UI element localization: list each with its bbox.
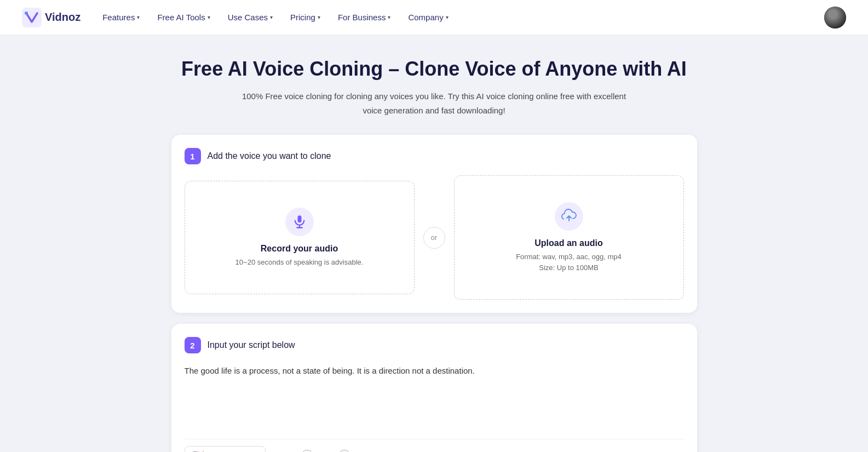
- nav-items: Features ▾ Free AI Tools ▾ Use Cases ▾ P…: [102, 13, 824, 22]
- speed-decrease-button[interactable]: −: [301, 450, 313, 452]
- step2-card: 2 Input your script below 🇺🇸 English(US)…: [171, 324, 697, 452]
- upload-audio-box[interactable]: Upload an audio Format: wav, mp3, aac, o…: [454, 175, 684, 300]
- step2-badge: 2: [185, 337, 201, 353]
- svg-rect-2: [297, 215, 301, 222]
- svg-point-1: [25, 12, 28, 15]
- nav-item-pricing[interactable]: Pricing ▾: [290, 13, 320, 22]
- user-avatar[interactable]: [824, 7, 846, 28]
- step2-header: 2 Input your script below: [185, 337, 684, 353]
- chevron-down-icon: ▾: [446, 14, 449, 20]
- svg-rect-0: [22, 8, 42, 27]
- chevron-down-icon: ▾: [388, 14, 390, 20]
- record-subtitle: 10~20 seconds of speaking is advisable.: [235, 257, 364, 268]
- flag-icon: 🇺🇸: [192, 450, 204, 452]
- mic-icon-wrap: [285, 208, 314, 236]
- upload-row: Record your audio 10~20 seconds of speak…: [185, 175, 684, 300]
- page-title: Free AI Voice Cloning – Clone Voice of A…: [171, 57, 697, 81]
- step2-label: Input your script below: [208, 340, 295, 350]
- nav-item-free-ai-tools[interactable]: Free AI Tools ▾: [157, 13, 210, 22]
- cloud-upload-icon: [561, 209, 577, 224]
- upload-size: Size: Up to 100MB: [539, 262, 598, 273]
- logo-icon: [22, 8, 42, 27]
- nav-item-company[interactable]: Company ▾: [408, 13, 448, 22]
- nav-item-use-cases[interactable]: Use Cases ▾: [228, 13, 273, 22]
- chevron-down-icon: ▾: [318, 14, 320, 20]
- script-bottom: 🇺🇸 English(US) ▾ Speed − 1.0 x + 86/1000: [185, 439, 684, 452]
- step1-label: Add the voice you want to clone: [208, 151, 331, 161]
- upload-title: Upload an audio: [534, 238, 602, 248]
- step1-badge: 1: [185, 148, 201, 164]
- nav-item-for-business[interactable]: For Business ▾: [338, 13, 391, 22]
- logo-link[interactable]: Vidnoz: [22, 8, 81, 27]
- step1-card: 1 Add the voice you want to clone Record…: [171, 135, 697, 313]
- chevron-down-icon: ▾: [137, 14, 140, 20]
- record-title: Record your audio: [261, 244, 338, 254]
- or-divider: or: [423, 227, 445, 249]
- mic-icon: [292, 214, 307, 230]
- chevron-down-icon: ▾: [208, 14, 210, 20]
- speed-control: Speed − 1.0 x +: [274, 450, 350, 452]
- page-subtitle: 100% Free voice cloning for cloning any …: [237, 89, 631, 117]
- record-audio-box[interactable]: Record your audio 10~20 seconds of speak…: [185, 181, 415, 295]
- speed-increase-button[interactable]: +: [338, 450, 350, 452]
- language-selector[interactable]: 🇺🇸 English(US) ▾: [185, 446, 266, 452]
- avatar-image: [824, 7, 846, 28]
- script-textarea[interactable]: [185, 364, 684, 430]
- main-content: Free AI Voice Cloning – Clone Voice of A…: [160, 35, 708, 452]
- upload-format: Format: wav, mp3, aac, ogg, mp4: [516, 251, 622, 262]
- step1-header: 1 Add the voice you want to clone: [185, 148, 684, 164]
- navigation: Vidnoz Features ▾ Free AI Tools ▾ Use Ca…: [0, 0, 868, 35]
- nav-item-features[interactable]: Features ▾: [102, 13, 140, 22]
- logo-text: Vidnoz: [45, 11, 81, 24]
- cloud-icon-wrap: [555, 202, 583, 231]
- chevron-down-icon: ▾: [270, 14, 273, 20]
- script-controls: 🇺🇸 English(US) ▾ Speed − 1.0 x +: [185, 446, 351, 452]
